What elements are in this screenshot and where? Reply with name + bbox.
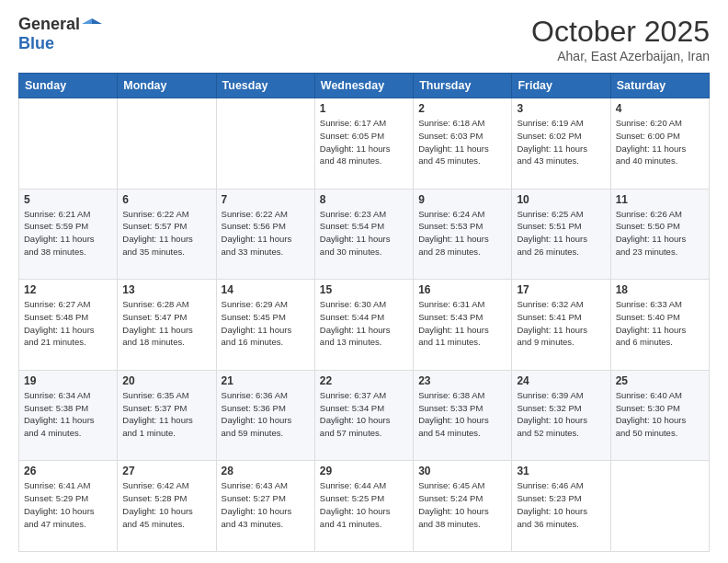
logo-general: General (18, 15, 102, 35)
day-number: 26 (24, 465, 112, 477)
col-friday: Friday (512, 74, 610, 98)
day-number: 8 (320, 193, 408, 206)
day-info: Sunrise: 6:19 AM Sunset: 6:02 PM Dayligh… (517, 117, 605, 167)
calendar-week-row: 19Sunrise: 6:34 AM Sunset: 5:38 PM Dayli… (19, 370, 710, 461)
day-info: Sunrise: 6:45 AM Sunset: 5:24 PM Dayligh… (418, 479, 506, 530)
table-row: 4Sunrise: 6:20 AM Sunset: 6:00 PM Daylig… (610, 98, 709, 190)
table-row: 2Sunrise: 6:18 AM Sunset: 6:03 PM Daylig… (414, 98, 512, 190)
logo-text: General Blue (18, 15, 102, 53)
day-info: Sunrise: 6:32 AM Sunset: 5:41 PM Dayligh… (517, 298, 605, 349)
page: General Blue October 2025 Ahar, East Aze… (0, 0, 728, 563)
table-row: 3Sunrise: 6:19 AM Sunset: 6:02 PM Daylig… (512, 98, 610, 190)
day-number: 5 (24, 193, 112, 206)
day-number: 13 (122, 283, 210, 296)
day-info: Sunrise: 6:43 AM Sunset: 5:27 PM Dayligh… (222, 479, 310, 530)
table-row: 12Sunrise: 6:27 AM Sunset: 5:48 PM Dayli… (19, 280, 118, 371)
table-row: 1Sunrise: 6:17 AM Sunset: 6:05 PM Daylig… (314, 98, 413, 190)
table-row: 11Sunrise: 6:26 AM Sunset: 5:50 PM Dayli… (610, 189, 709, 280)
table-row: 29Sunrise: 6:44 AM Sunset: 5:25 PM Dayli… (314, 461, 413, 552)
table-row: 23Sunrise: 6:38 AM Sunset: 5:33 PM Dayli… (414, 370, 512, 461)
day-number: 19 (24, 374, 112, 387)
col-saturday: Saturday (610, 74, 709, 98)
table-row: 21Sunrise: 6:36 AM Sunset: 5:36 PM Dayli… (216, 370, 314, 461)
day-info: Sunrise: 6:41 AM Sunset: 5:29 PM Dayligh… (24, 479, 112, 530)
day-info: Sunrise: 6:38 AM Sunset: 5:33 PM Dayligh… (418, 389, 506, 440)
table-row: 27Sunrise: 6:42 AM Sunset: 5:28 PM Dayli… (118, 461, 216, 552)
day-info: Sunrise: 6:44 AM Sunset: 5:25 PM Dayligh… (320, 479, 408, 530)
day-info: Sunrise: 6:46 AM Sunset: 5:23 PM Dayligh… (517, 479, 605, 530)
header: General Blue October 2025 Ahar, East Aze… (18, 15, 710, 63)
table-row: 19Sunrise: 6:34 AM Sunset: 5:38 PM Dayli… (19, 370, 118, 461)
col-sunday: Sunday (19, 74, 118, 98)
table-row (610, 461, 709, 552)
day-number: 21 (222, 374, 310, 387)
day-info: Sunrise: 6:30 AM Sunset: 5:44 PM Dayligh… (320, 298, 408, 349)
table-row: 20Sunrise: 6:35 AM Sunset: 5:37 PM Dayli… (118, 370, 216, 461)
day-info: Sunrise: 6:28 AM Sunset: 5:47 PM Dayligh… (122, 298, 210, 349)
day-info: Sunrise: 6:22 AM Sunset: 5:57 PM Dayligh… (122, 208, 210, 259)
day-info: Sunrise: 6:18 AM Sunset: 6:03 PM Dayligh… (418, 117, 506, 167)
day-number: 22 (320, 374, 408, 387)
day-number: 28 (222, 465, 310, 477)
day-number: 24 (517, 374, 605, 387)
table-row: 17Sunrise: 6:32 AM Sunset: 5:41 PM Dayli… (512, 280, 610, 371)
day-info: Sunrise: 6:20 AM Sunset: 6:00 PM Dayligh… (616, 117, 704, 167)
day-number: 31 (517, 465, 605, 477)
day-number: 17 (517, 283, 605, 296)
title-location: Ahar, East Azerbaijan, Iran (531, 49, 710, 63)
calendar-header-row: Sunday Monday Tuesday Wednesday Thursday… (19, 74, 710, 98)
col-thursday: Thursday (414, 74, 512, 98)
table-row (19, 98, 118, 190)
col-wednesday: Wednesday (314, 74, 413, 98)
day-number: 29 (320, 465, 408, 477)
day-number: 16 (418, 283, 506, 296)
table-row (118, 98, 216, 190)
title-block: October 2025 Ahar, East Azerbaijan, Iran (531, 15, 710, 63)
day-number: 9 (418, 193, 506, 206)
table-row: 5Sunrise: 6:21 AM Sunset: 5:59 PM Daylig… (19, 189, 118, 280)
day-number: 18 (616, 283, 704, 296)
day-info: Sunrise: 6:27 AM Sunset: 5:48 PM Dayligh… (24, 298, 112, 349)
day-info: Sunrise: 6:35 AM Sunset: 5:37 PM Dayligh… (122, 389, 210, 440)
table-row (216, 98, 314, 190)
day-info: Sunrise: 6:29 AM Sunset: 5:45 PM Dayligh… (222, 298, 310, 349)
day-number: 6 (122, 193, 210, 206)
col-monday: Monday (118, 74, 216, 98)
day-info: Sunrise: 6:33 AM Sunset: 5:40 PM Dayligh… (616, 298, 704, 349)
day-info: Sunrise: 6:23 AM Sunset: 5:54 PM Dayligh… (320, 208, 408, 259)
logo: General Blue (18, 15, 102, 53)
day-number: 25 (616, 374, 704, 387)
day-number: 7 (222, 193, 310, 206)
col-tuesday: Tuesday (216, 74, 314, 98)
day-number: 14 (222, 283, 310, 296)
table-row: 26Sunrise: 6:41 AM Sunset: 5:29 PM Dayli… (19, 461, 118, 552)
table-row: 6Sunrise: 6:22 AM Sunset: 5:57 PM Daylig… (118, 189, 216, 280)
table-row: 13Sunrise: 6:28 AM Sunset: 5:47 PM Dayli… (118, 280, 216, 371)
day-number: 23 (418, 374, 506, 387)
day-info: Sunrise: 6:17 AM Sunset: 6:05 PM Dayligh… (320, 117, 408, 167)
day-number: 3 (517, 102, 605, 115)
day-number: 10 (517, 193, 605, 206)
table-row: 18Sunrise: 6:33 AM Sunset: 5:40 PM Dayli… (610, 280, 709, 371)
day-number: 12 (24, 283, 112, 296)
day-info: Sunrise: 6:22 AM Sunset: 5:56 PM Dayligh… (222, 208, 310, 259)
day-number: 4 (616, 102, 704, 115)
day-info: Sunrise: 6:21 AM Sunset: 5:59 PM Dayligh… (24, 208, 112, 259)
title-month: October 2025 (531, 15, 710, 49)
table-row: 25Sunrise: 6:40 AM Sunset: 5:30 PM Dayli… (610, 370, 709, 461)
day-number: 20 (122, 374, 210, 387)
table-row: 31Sunrise: 6:46 AM Sunset: 5:23 PM Dayli… (512, 461, 610, 552)
day-info: Sunrise: 6:40 AM Sunset: 5:30 PM Dayligh… (616, 389, 704, 440)
table-row: 28Sunrise: 6:43 AM Sunset: 5:27 PM Dayli… (216, 461, 314, 552)
day-info: Sunrise: 6:37 AM Sunset: 5:34 PM Dayligh… (320, 389, 408, 440)
table-row: 14Sunrise: 6:29 AM Sunset: 5:45 PM Dayli… (216, 280, 314, 371)
day-info: Sunrise: 6:39 AM Sunset: 5:32 PM Dayligh… (517, 389, 605, 440)
day-info: Sunrise: 6:26 AM Sunset: 5:50 PM Dayligh… (616, 208, 704, 259)
logo-blue: Blue (18, 35, 102, 53)
calendar-week-row: 26Sunrise: 6:41 AM Sunset: 5:29 PM Dayli… (19, 461, 710, 552)
calendar-week-row: 5Sunrise: 6:21 AM Sunset: 5:59 PM Daylig… (19, 189, 710, 280)
day-info: Sunrise: 6:24 AM Sunset: 5:53 PM Dayligh… (418, 208, 506, 259)
table-row: 10Sunrise: 6:25 AM Sunset: 5:51 PM Dayli… (512, 189, 610, 280)
table-row: 16Sunrise: 6:31 AM Sunset: 5:43 PM Dayli… (414, 280, 512, 371)
table-row: 22Sunrise: 6:37 AM Sunset: 5:34 PM Dayli… (314, 370, 413, 461)
